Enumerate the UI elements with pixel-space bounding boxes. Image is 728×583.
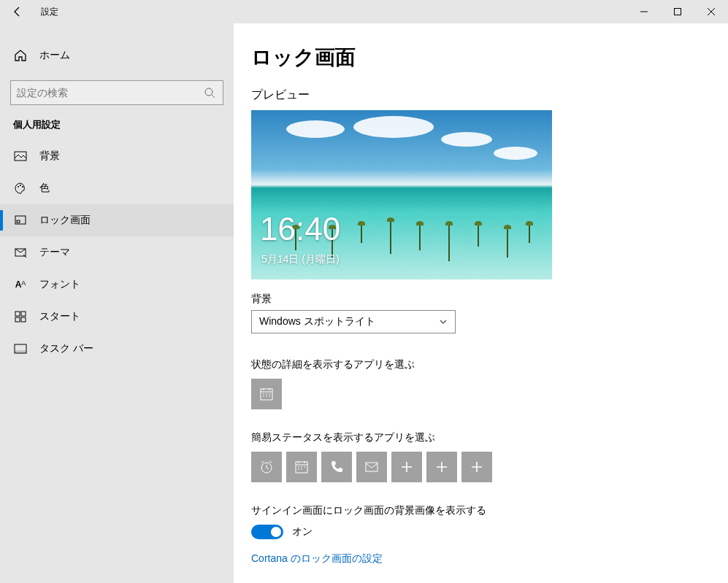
svg-rect-9 xyxy=(15,312,20,316)
toggle-value: オン xyxy=(292,525,313,538)
main-content: ロック画面 プレビュー 16:40 5月14日 (月曜日) 背景 Windows… xyxy=(234,23,728,583)
sidebar: ホーム 個人用設定 背景 色 ロック画面 テーマ AA フォント スタート タス… xyxy=(0,23,234,583)
quick-app-add-2[interactable] xyxy=(426,452,457,482)
chevron-down-icon xyxy=(439,317,448,326)
maximize-button[interactable] xyxy=(661,0,694,23)
detailed-status-tiles xyxy=(251,379,728,409)
detailed-status-label: 状態の詳細を表示するアプリを選ぶ xyxy=(251,358,728,371)
sidebar-section-label: 個人用設定 xyxy=(0,118,234,140)
svg-rect-12 xyxy=(21,317,26,322)
svg-rect-10 xyxy=(21,312,26,316)
quick-status-label: 簡易ステータスを表示するアプリを選ぶ xyxy=(251,431,728,444)
cortana-lockscreen-link[interactable]: Cortana のロック画面の設定 xyxy=(251,552,728,565)
signin-background-toggle[interactable] xyxy=(251,525,283,539)
sidebar-item-label: スタート xyxy=(39,310,80,323)
svg-point-1 xyxy=(205,88,212,96)
sidebar-item-label: 色 xyxy=(39,182,50,195)
preview-time: 16:40 xyxy=(260,211,340,247)
background-value: Windows スポットライト xyxy=(259,315,375,328)
sidebar-item-label: テーマ xyxy=(39,246,70,259)
background-combobox[interactable]: Windows スポットライト xyxy=(251,310,456,333)
svg-point-3 xyxy=(18,186,19,188)
svg-rect-18 xyxy=(366,463,378,471)
palette-icon xyxy=(13,182,28,195)
search-field[interactable] xyxy=(17,87,202,99)
minimize-button[interactable] xyxy=(627,0,661,23)
sidebar-item-colors[interactable]: 色 xyxy=(0,172,234,204)
font-icon: AA xyxy=(13,279,28,290)
page-title: ロック画面 xyxy=(251,44,728,72)
svg-point-5 xyxy=(22,186,23,188)
close-button[interactable] xyxy=(694,0,728,23)
home-icon xyxy=(13,49,28,62)
quick-app-alarm[interactable] xyxy=(251,452,282,482)
lockscreen-icon xyxy=(13,214,28,227)
quick-status-tiles xyxy=(251,452,728,482)
sidebar-item-background[interactable]: 背景 xyxy=(0,140,234,172)
taskbar-icon xyxy=(13,344,28,354)
sidebar-item-label: 背景 xyxy=(39,150,60,163)
sidebar-item-start[interactable]: スタート xyxy=(0,301,234,333)
sidebar-item-label: フォント xyxy=(39,278,80,291)
sidebar-item-label: タスク バー xyxy=(39,342,93,355)
quick-app-mail[interactable] xyxy=(356,452,387,482)
sidebar-item-taskbar[interactable]: タスク バー xyxy=(0,333,234,365)
window-title: 設定 xyxy=(41,6,58,18)
sidebar-item-fonts[interactable]: AA フォント xyxy=(0,269,234,301)
sidebar-item-lockscreen[interactable]: ロック画面 xyxy=(0,204,234,236)
svg-rect-7 xyxy=(17,220,20,223)
search-icon xyxy=(202,87,217,99)
preview-date: 5月14日 (月曜日) xyxy=(261,253,340,266)
quick-app-add-1[interactable] xyxy=(391,452,422,482)
quick-app-add-3[interactable] xyxy=(461,452,492,482)
sidebar-home-label: ホーム xyxy=(39,49,70,62)
signin-toggle-label: サインイン画面にロック画面の背景画像を表示する xyxy=(251,504,728,517)
preview-label: プレビュー xyxy=(251,88,728,103)
detailed-app-calendar[interactable] xyxy=(251,379,282,409)
title-bar: 設定 xyxy=(0,0,728,23)
lockscreen-preview: 16:40 5月14日 (月曜日) xyxy=(251,110,552,279)
svg-rect-14 xyxy=(15,350,26,353)
background-label: 背景 xyxy=(251,293,728,306)
back-button[interactable] xyxy=(0,0,35,23)
sidebar-home[interactable]: ホーム xyxy=(0,41,234,70)
quick-app-phone[interactable] xyxy=(321,452,352,482)
start-icon xyxy=(13,311,28,323)
theme-icon xyxy=(13,246,28,259)
svg-rect-0 xyxy=(675,9,681,15)
picture-icon xyxy=(13,150,28,163)
svg-rect-11 xyxy=(15,317,20,322)
sidebar-item-themes[interactable]: テーマ xyxy=(0,236,234,269)
sidebar-item-label: ロック画面 xyxy=(39,214,91,227)
quick-app-calendar[interactable] xyxy=(286,452,317,482)
search-input[interactable] xyxy=(10,80,223,105)
svg-point-4 xyxy=(20,185,21,186)
